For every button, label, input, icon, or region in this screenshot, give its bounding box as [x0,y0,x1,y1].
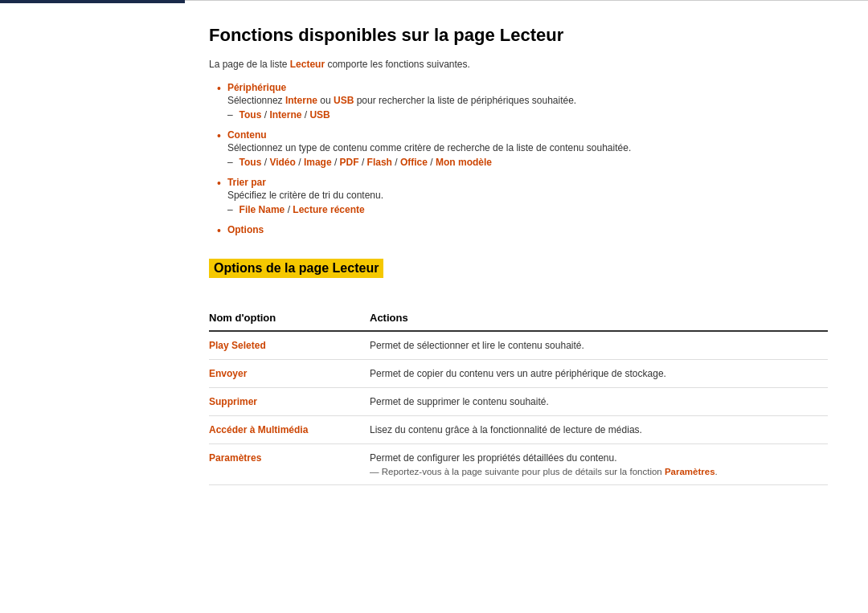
bullet-label-0: Périphérique [227,82,286,93]
bullet-desc-0: Sélectionnez Interne ou USB pour recherc… [227,95,828,106]
link-orange: Vidéo [269,157,295,168]
bullet-desc-2: Spécifiez le critère de tri du contenu. [227,190,828,201]
link-orange: Flash [367,157,392,168]
bullet-content-0: PériphériqueSélectionnez Interne ou USB … [227,81,828,121]
sub-item-1-0: –Tous / Vidéo / Image / PDF / Flash / Of… [227,157,828,168]
options-table: Nom d'option Actions Play SeletedPermet … [209,307,828,485]
option-action-2: Permet de supprimer le contenu souhaité. [370,387,828,415]
table-row: SupprimerPermet de supprimer le contenu … [209,387,828,415]
bullet-item-2: •Trier parSpécifiez le critère de tri du… [217,176,828,215]
sub-dash: – [227,204,233,215]
table-row: Accéder à MultimédiaLisez du contenu grâ… [209,415,828,443]
table-row: Play SeletedPermet de sélectionner et li… [209,331,828,360]
link-orange: USB [309,109,330,121]
sub-dash: – [227,109,233,121]
link-separator: / [332,157,340,168]
col1-header: Nom d'option [209,307,370,331]
bullet-content-2: Trier parSpécifiez le critère de tri du … [227,176,828,215]
intro-text-before: La page de la liste [209,59,290,70]
bullet-desc-1: Sélectionnez un type de contenu comme cr… [227,142,828,153]
sub-links-1-0: Tous / Vidéo / Image / PDF / Flash / Off… [240,157,492,168]
bullet-item-1: •ContenuSélectionnez un type de contenu … [217,129,828,168]
page-title: Fonctions disponibles sur la page Lecteu… [209,25,828,46]
sub-item-0-0: –Tous / Interne / USB [227,109,828,121]
sub-links-2-0: File Name / Lecture récente [240,204,365,215]
link-separator: / [261,109,269,121]
bullet-dot: • [217,81,221,97]
table-row: ParamètresPermet de configurer les propr… [209,443,828,484]
link-orange: Tous [240,109,262,121]
option-name-0: Play Seleted [209,331,370,360]
sub-dash: – [227,157,233,168]
option-action-3: Lisez du contenu grâce à la fonctionnali… [370,415,828,443]
col2-header: Actions [370,307,828,331]
intro-highlight: Lecteur [290,59,325,70]
bullet-label-2: Trier par [227,177,266,188]
link-orange: Mon modèle [436,157,492,168]
option-action-0: Permet de sélectionner et lire le conten… [370,331,828,360]
link-separator: / [301,109,309,121]
link-orange: Tous [240,157,262,168]
link-orange: Lecture récente [293,204,364,215]
link-separator: / [296,157,304,168]
link-orange: Interne [269,109,301,121]
bullet-label-1: Contenu [227,129,267,141]
bullet-label-3: Options [227,224,264,235]
link-separator: / [392,157,400,168]
link-separator: / [428,157,436,168]
section2-heading: Options de la page Lecteur [209,259,383,278]
bullet-content-1: ContenuSélectionnez un type de contenu c… [227,129,828,168]
link-orange: Image [304,157,332,168]
link-orange: File Name [240,204,285,215]
link-separator: / [359,157,367,168]
link-separator: / [285,204,293,215]
option-name-4: Paramètres [209,443,370,484]
main-content: Fonctions disponibles sur la page Lecteu… [185,0,868,613]
bullet-item-3: •Options [217,223,828,239]
link-separator: / [261,157,269,168]
bullet-dot: • [217,176,221,192]
link-orange: PDF [340,157,359,168]
option-action-1: Permet de copier du contenu vers un autr… [370,359,828,387]
sub-item-2-0: –File Name / Lecture récente [227,204,828,215]
sidebar [0,0,185,613]
feature-list: •PériphériqueSélectionnez Interne ou USB… [217,81,828,239]
intro-paragraph: La page de la liste Lecteur comporte les… [209,59,828,70]
bullet-dot: • [217,223,221,239]
table-header-row: Nom d'option Actions [209,307,828,331]
option-note-4: — Reportez-vous à la page suivante pour … [370,467,820,476]
option-name-2: Supprimer [209,387,370,415]
link-orange: Office [400,157,428,168]
sub-links-0-0: Tous / Interne / USB [240,109,330,121]
bullet-content-3: Options [227,223,828,235]
table-row: EnvoyerPermet de copier du contenu vers … [209,359,828,387]
bullet-item-0: •PériphériqueSélectionnez Interne ou USB… [217,81,828,121]
intro-text-after: comporte les fonctions suivantes. [325,59,470,70]
bullet-dot: • [217,129,221,145]
page-container: Fonctions disponibles sur la page Lecteu… [0,0,868,613]
note-highlight-4: Paramètres [665,467,715,476]
option-name-1: Envoyer [209,359,370,387]
option-action-4: Permet de configurer les propriétés déta… [370,443,828,484]
option-name-3: Accéder à Multimédia [209,415,370,443]
